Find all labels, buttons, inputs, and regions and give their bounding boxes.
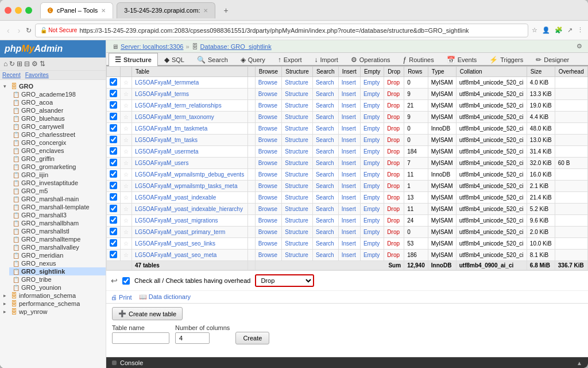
- tree-item-meridian[interactable]: 📋GRO_meridian: [9, 251, 106, 259]
- drop-link[interactable]: Drop: [387, 171, 400, 178]
- row-checkbox-cell[interactable]: [107, 146, 121, 158]
- row-checkbox-cell[interactable]: [107, 238, 121, 250]
- browse-link[interactable]: Browse: [258, 137, 277, 143]
- empty-link[interactable]: Empty: [363, 206, 380, 212]
- minimize-traffic-light[interactable]: [15, 7, 22, 14]
- insert-link[interactable]: Insert: [342, 160, 356, 166]
- tree-item-younion[interactable]: 📋GRO_younion: [9, 283, 106, 292]
- tree-item-marshalltempe[interactable]: 📋GRO_marshalltempe: [9, 235, 106, 243]
- share-icon[interactable]: ↗: [567, 26, 572, 34]
- favorites-tab[interactable]: Favorites: [25, 72, 49, 78]
- col-collation[interactable]: Collation: [456, 67, 527, 77]
- search-link[interactable]: Search: [316, 194, 334, 201]
- server-link[interactable]: Server: localhost:3306: [121, 43, 183, 50]
- empty-link[interactable]: Empty: [363, 194, 380, 201]
- insert-link[interactable]: Insert: [342, 102, 356, 109]
- sort-icon[interactable]: ⇅: [40, 60, 45, 68]
- database-link[interactable]: Database: GRO_sightlink: [200, 43, 272, 50]
- col-structure[interactable]: Structure: [282, 67, 313, 77]
- browse-link[interactable]: Browse: [258, 229, 277, 235]
- search-link[interactable]: Search: [316, 171, 334, 178]
- structure-link[interactable]: Structure: [285, 114, 308, 120]
- drop-link[interactable]: Drop: [387, 148, 400, 155]
- star-icon[interactable]: ☆: [123, 171, 129, 178]
- tree-item-performance-schema[interactable]: ▸ 🗄 performance_schema: [0, 300, 106, 308]
- row-checkbox[interactable]: [110, 251, 117, 258]
- table-name-link[interactable]: LG5OAFxyaM_yoast_primary_term: [135, 229, 225, 235]
- drop-link[interactable]: Drop: [387, 114, 400, 120]
- search-link[interactable]: Search: [316, 206, 334, 212]
- table-name-link[interactable]: LG5OAFxyaM_tm_tasks: [135, 137, 198, 143]
- active-tab[interactable]: 🅒 cPanel – Tools ✕: [40, 2, 113, 18]
- search-link[interactable]: Search: [316, 183, 334, 189]
- star-icon[interactable]: ☆: [123, 252, 129, 258]
- drop-link[interactable]: Drop: [387, 183, 400, 189]
- tree-item-bluehaus[interactable]: 📋GRO_bluehaus: [9, 114, 106, 122]
- empty-link[interactable]: Empty: [363, 125, 380, 132]
- drop-link[interactable]: Drop: [387, 102, 400, 109]
- row-checkbox[interactable]: [110, 147, 117, 155]
- browse-link[interactable]: Browse: [258, 79, 277, 86]
- row-checkbox-cell[interactable]: [107, 181, 121, 192]
- empty-link[interactable]: Empty: [363, 79, 380, 86]
- insert-link[interactable]: Insert: [342, 206, 356, 212]
- structure-link[interactable]: Structure: [285, 217, 308, 224]
- drop-link[interactable]: Drop: [387, 217, 400, 224]
- search-link[interactable]: Search: [316, 240, 334, 247]
- browse-link[interactable]: Browse: [258, 217, 277, 224]
- home-icon[interactable]: ⌂: [3, 60, 7, 68]
- row-checkbox-cell[interactable]: [107, 89, 121, 100]
- structure-link[interactable]: Structure: [285, 240, 308, 247]
- structure-link[interactable]: Structure: [285, 137, 308, 143]
- tree-item-m5[interactable]: 📋GRO_m5: [9, 187, 106, 195]
- col-insert[interactable]: Insert: [338, 67, 360, 77]
- table-name-input[interactable]: [112, 332, 169, 344]
- tab-designer[interactable]: ✏ Designer: [529, 53, 575, 66]
- search-link[interactable]: Search: [316, 229, 334, 235]
- row-checkbox[interactable]: [110, 90, 117, 97]
- structure-link[interactable]: Structure: [285, 79, 308, 86]
- row-checkbox[interactable]: [110, 193, 117, 201]
- table-name-link[interactable]: LG5OAFxyaM_tm_taskmeta: [135, 125, 207, 132]
- table-name-link[interactable]: LG5OAFxyaM_wpmailsmtp_debug_events: [135, 171, 244, 178]
- browse-link[interactable]: Browse: [258, 252, 277, 258]
- tab-routines[interactable]: ƒ Routines: [397, 53, 440, 66]
- tab-events[interactable]: 📅 Events: [440, 53, 483, 66]
- row-checkbox[interactable]: [110, 113, 117, 120]
- col-rows[interactable]: Rows: [404, 67, 428, 77]
- row-checkbox[interactable]: [110, 124, 117, 132]
- browse-link[interactable]: Browse: [258, 148, 277, 155]
- table-name-link[interactable]: LG5OAFxyaM_usermeta: [135, 148, 199, 155]
- tree-item-marshallbham[interactable]: 📋GRO_marshallbham: [9, 219, 106, 227]
- insert-link[interactable]: Insert: [342, 183, 356, 189]
- row-checkbox-cell[interactable]: [107, 250, 121, 261]
- empty-link[interactable]: Empty: [363, 160, 380, 166]
- insert-link[interactable]: Insert: [342, 240, 356, 247]
- browse-link[interactable]: Browse: [258, 125, 277, 132]
- row-checkbox-cell[interactable]: [107, 192, 121, 204]
- star-icon[interactable]: ☆: [123, 160, 129, 166]
- star-icon[interactable]: ☆: [123, 137, 129, 143]
- recent-tab[interactable]: Recent: [2, 72, 21, 78]
- browse-link[interactable]: Browse: [258, 114, 277, 120]
- empty-link[interactable]: Empty: [363, 183, 380, 189]
- insert-link[interactable]: Insert: [342, 91, 356, 97]
- tree-item-marshall-template[interactable]: 📋GRO_marshall-template: [9, 203, 106, 211]
- row-checkbox[interactable]: [110, 228, 117, 235]
- star-icon[interactable]: ☆: [123, 229, 129, 235]
- insert-link[interactable]: Insert: [342, 194, 356, 201]
- tab-import[interactable]: ↓ Import: [308, 53, 345, 66]
- col-search[interactable]: Search: [312, 67, 338, 77]
- drop-link[interactable]: Drop: [387, 125, 400, 132]
- tree-item-iijin[interactable]: 📋GRO_iijin: [9, 171, 106, 179]
- structure-link[interactable]: Structure: [285, 102, 308, 109]
- create-submit-button[interactable]: Create: [235, 332, 269, 344]
- collapse-icon[interactable]: ⊟: [24, 60, 30, 68]
- star-icon[interactable]: ☆: [123, 148, 129, 155]
- star-icon[interactable]: ☆: [123, 194, 129, 201]
- structure-link[interactable]: Structure: [285, 91, 308, 97]
- empty-link[interactable]: Empty: [363, 114, 380, 120]
- empty-link[interactable]: Empty: [363, 148, 380, 155]
- insert-link[interactable]: Insert: [342, 171, 356, 178]
- search-link[interactable]: Search: [316, 91, 334, 97]
